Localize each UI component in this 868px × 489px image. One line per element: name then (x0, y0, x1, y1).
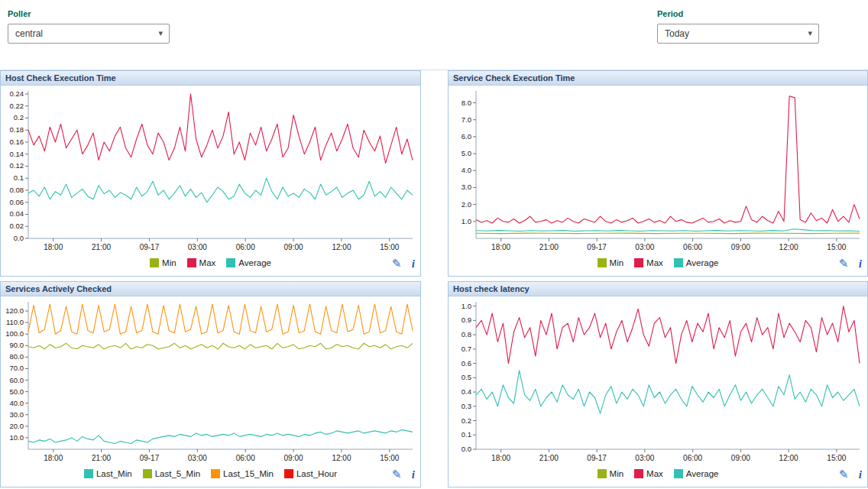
svg-text:0.9: 0.9 (462, 316, 471, 324)
period-select[interactable]: Today ▾ (657, 24, 819, 44)
chart-title: Services Actively Checked (1, 282, 420, 296)
svg-text:7.0: 7.0 (462, 115, 471, 124)
svg-text:0.3: 0.3 (462, 402, 471, 410)
svg-text:0.1: 0.1 (14, 173, 24, 182)
legend-item: Min (598, 258, 624, 267)
chart-canvas: 8.07.06.05.04.03.02.01.018:0021:0009-170… (449, 86, 867, 254)
chart-footer: MinMaxAverage ✎ i (449, 465, 867, 487)
svg-text:09:00: 09:00 (731, 454, 750, 462)
edit-icon[interactable]: ✎ (839, 468, 849, 481)
poller-select[interactable]: central ▾ (8, 24, 170, 44)
legend-label: Min (610, 469, 624, 478)
chart-title: Service Check Execution Time (449, 71, 867, 86)
svg-text:09-17: 09-17 (587, 243, 607, 251)
legend-label: Max (199, 258, 216, 267)
svg-text:0.2: 0.2 (462, 416, 471, 425)
edit-icon[interactable]: ✎ (392, 468, 402, 481)
legend-item: Average (674, 469, 719, 478)
legend-label: Last_Hour (296, 469, 337, 478)
svg-text:12:00: 12:00 (779, 243, 798, 251)
legend-item: Min (150, 258, 177, 267)
svg-text:12:00: 12:00 (332, 454, 351, 462)
legend-item: Average (674, 258, 719, 267)
legend-item: Min (598, 469, 624, 478)
svg-text:1.0: 1.0 (462, 302, 471, 310)
svg-text:15:00: 15:00 (380, 454, 399, 462)
svg-text:15:00: 15:00 (827, 243, 846, 251)
svg-text:0.02: 0.02 (10, 222, 24, 230)
legend-swatch (634, 258, 643, 267)
svg-text:0.08: 0.08 (10, 186, 24, 194)
legend-label: Last_Min (96, 469, 132, 478)
period-label: Period (657, 9, 819, 18)
legend-swatch (150, 258, 159, 267)
legend-swatch (143, 469, 152, 478)
panel-host-check-latency: Host check latency 1.00.90.80.70.60.50.4… (448, 281, 868, 487)
svg-text:18:00: 18:00 (491, 454, 510, 462)
svg-text:4.0: 4.0 (462, 166, 471, 174)
info-icon[interactable]: i (859, 468, 862, 481)
svg-text:0.14: 0.14 (10, 150, 24, 158)
svg-text:21:00: 21:00 (92, 454, 111, 462)
svg-text:09:00: 09:00 (731, 243, 750, 251)
svg-text:30.0: 30.0 (10, 410, 24, 419)
poller-field: Poller central ▾ (8, 9, 170, 44)
chart-title: Host check latency (449, 282, 867, 296)
legend-swatch (284, 469, 293, 478)
panel-services-actively-checked: Services Actively Checked 120.0110.0100.… (0, 281, 421, 487)
svg-text:50.0: 50.0 (10, 387, 24, 396)
svg-text:03:00: 03:00 (188, 454, 207, 462)
svg-text:15:00: 15:00 (827, 454, 846, 462)
legend-label: Average (238, 258, 271, 267)
svg-text:21:00: 21:00 (539, 243, 559, 251)
legend-label: Min (610, 258, 624, 267)
edit-icon[interactable]: ✎ (839, 257, 849, 270)
svg-text:6.0: 6.0 (462, 132, 471, 141)
svg-text:03:00: 03:00 (188, 243, 207, 251)
chart-title: Host Check Execution Time (1, 71, 420, 86)
svg-text:03:00: 03:00 (635, 454, 654, 462)
chart-footer: MinMaxAverage ✎ i (1, 254, 420, 276)
svg-text:0.0: 0.0 (14, 234, 24, 242)
svg-text:09-17: 09-17 (140, 454, 160, 462)
svg-text:70.0: 70.0 (10, 364, 24, 372)
info-icon[interactable]: i (859, 257, 862, 270)
svg-text:5.0: 5.0 (462, 149, 471, 157)
legend-swatch (211, 469, 220, 478)
chart-legend: MinMaxAverage (144, 257, 277, 270)
svg-text:06:00: 06:00 (236, 454, 255, 462)
svg-text:0.12: 0.12 (10, 161, 24, 170)
period-field: Period Today ▾ (657, 9, 819, 44)
info-icon[interactable]: i (412, 468, 415, 481)
info-icon[interactable]: i (412, 257, 415, 270)
svg-text:0.06: 0.06 (10, 198, 24, 206)
legend-swatch (187, 258, 196, 267)
chart-legend: MinMaxAverage (592, 468, 724, 481)
svg-text:0.2: 0.2 (14, 113, 24, 121)
svg-text:06:00: 06:00 (683, 454, 702, 462)
svg-text:09-17: 09-17 (587, 454, 607, 462)
charts-grid: Host Check Execution Time 0.240.220.20.1… (0, 70, 868, 487)
legend-swatch (598, 258, 607, 267)
svg-text:21:00: 21:00 (539, 454, 559, 462)
svg-text:3.0: 3.0 (462, 183, 471, 191)
svg-text:18:00: 18:00 (44, 454, 63, 462)
svg-text:15:00: 15:00 (380, 243, 399, 251)
svg-text:09:00: 09:00 (284, 454, 303, 462)
filter-header: Poller central ▾ Period Today ▾ (0, 0, 868, 70)
chart-footer: MinMaxAverage ✎ i (449, 254, 867, 276)
svg-text:20.0: 20.0 (10, 422, 24, 430)
chart-canvas: 120.0110.0100.090.080.070.060.050.040.03… (1, 296, 420, 465)
legend-swatch (226, 258, 235, 267)
svg-text:18:00: 18:00 (44, 243, 63, 251)
edit-icon[interactable]: ✎ (392, 257, 402, 270)
chart-legend: Last_MinLast_5_MinLast_15_MinLast_Hour (79, 468, 342, 481)
panel-service-check-execution-time: Service Check Execution Time 8.07.06.05.… (448, 70, 868, 277)
svg-text:0.5: 0.5 (462, 373, 471, 381)
svg-text:0.04: 0.04 (10, 209, 24, 218)
chevron-down-icon: ▾ (158, 28, 163, 38)
svg-text:0.8: 0.8 (462, 330, 471, 338)
legend-swatch (598, 469, 607, 478)
chart-actions: ✎ i (392, 257, 415, 270)
svg-text:10.0: 10.0 (10, 433, 24, 442)
